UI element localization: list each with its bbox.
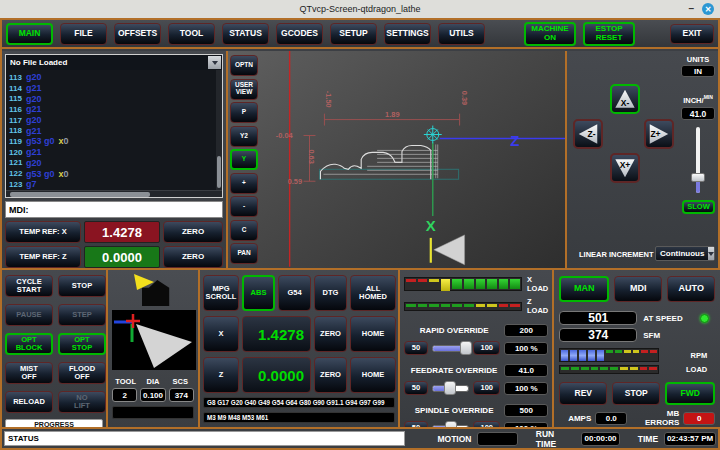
slow-button[interactable]: SLOW xyxy=(682,200,715,214)
mdi-input[interactable]: MDI: xyxy=(5,201,223,218)
gcode-text: g20 xyxy=(26,72,42,82)
all-homed-button[interactable]: ALL HOMED xyxy=(350,275,396,311)
no-lift-button[interactable]: NO LIFT xyxy=(58,391,106,413)
view-options-button[interactable]: OPTN xyxy=(230,55,258,76)
zoom-in-button[interactable]: + xyxy=(230,173,258,194)
slider-handle[interactable] xyxy=(444,381,456,395)
opt-stop-button[interactable]: OPT STOP xyxy=(58,333,106,355)
rapid-override-group: RAPID OVERRIDE 200 50 100 100 % xyxy=(404,324,548,355)
view-y2-button[interactable]: Y2 xyxy=(230,126,258,147)
view-y-button[interactable]: Y xyxy=(230,149,258,170)
units-value: IN xyxy=(681,65,715,77)
vertical-scrollbar[interactable] xyxy=(216,70,222,190)
abs-button[interactable]: ABS xyxy=(242,275,275,311)
tab-offsets[interactable]: OFFSETS xyxy=(114,23,161,45)
gcode-preview[interactable]: OPTN USER VIEW P Y2 Y + - C PAN 1.89 xyxy=(228,51,567,268)
zero-z-button[interactable]: ZERO xyxy=(163,246,223,268)
close-button[interactable]: ✕ xyxy=(702,3,714,15)
loaded-file-combo[interactable]: No File Loaded xyxy=(6,55,222,70)
spindle-rev-button[interactable]: REV xyxy=(559,382,607,405)
spindle-fwd-button[interactable]: FWD xyxy=(665,382,715,405)
spindle-panel: MAN MDI AUTO 501 AT SPEED 374 SFM RPM xyxy=(554,270,720,427)
slider-handle[interactable] xyxy=(460,341,472,355)
flood-button[interactable]: FLOOD OFF xyxy=(58,362,106,384)
tool-scs-value: 374 xyxy=(169,388,194,402)
chevron-down-icon[interactable] xyxy=(708,247,714,260)
mist-button[interactable]: MIST OFF xyxy=(5,362,53,384)
rapid-max-button[interactable]: 100 xyxy=(473,341,500,355)
line-number: 119 xyxy=(6,137,26,146)
scrollbar-thumb[interactable] xyxy=(10,192,150,197)
mdi-mode-button[interactable]: MDI xyxy=(614,276,662,302)
home-x-button[interactable]: HOME xyxy=(350,316,396,352)
man-mode-button[interactable]: MAN xyxy=(559,276,609,302)
dtg-button[interactable]: DTG xyxy=(314,275,347,311)
cycle-start-button[interactable]: CYCLE START xyxy=(5,275,53,297)
pan-button[interactable]: PAN xyxy=(230,243,258,264)
clear-button[interactable]: C xyxy=(230,220,258,241)
rapid-min-button[interactable]: 50 xyxy=(404,341,428,355)
tab-gcodes[interactable]: GCODES xyxy=(276,23,323,45)
x-load-meter xyxy=(404,277,522,291)
feedrate-max-button[interactable]: 100 xyxy=(473,381,500,395)
zero-x-dro-button[interactable]: ZERO xyxy=(314,316,347,352)
step-button[interactable]: STEP xyxy=(58,304,106,326)
zero-z-dro-button[interactable]: ZERO xyxy=(314,357,347,393)
tab-setup[interactable]: SETUP xyxy=(330,23,377,45)
tab-utils[interactable]: UTILS xyxy=(438,23,485,45)
estop-reset-button[interactable]: ESTOP RESET xyxy=(583,22,635,46)
axis-z-button[interactable]: Z xyxy=(203,357,239,393)
gcode-listing[interactable]: 113g20 114g21 115g20 116g21 117g20 118g2… xyxy=(6,70,222,190)
stop-button[interactable]: STOP xyxy=(58,275,106,297)
feedrate-min-button[interactable]: 50 xyxy=(404,381,428,395)
g54-button[interactable]: G54 xyxy=(278,275,311,311)
meter-segment xyxy=(571,367,579,370)
user-view-button[interactable]: USER VIEW xyxy=(230,79,258,100)
gcode-line: 114g21 xyxy=(6,83,222,94)
opt-block-button[interactable]: OPT BLOCK xyxy=(5,333,53,355)
meter-segment xyxy=(464,279,474,289)
tab-settings[interactable]: SETTINGS xyxy=(384,23,431,45)
rapid-override-label: RAPID OVERRIDE xyxy=(404,326,504,335)
meter-segment xyxy=(429,304,439,307)
gcode-line: 120g21 xyxy=(6,147,222,158)
zoom-out-button[interactable]: - xyxy=(230,196,258,217)
view-p-button[interactable]: P xyxy=(230,102,258,123)
spindle-stop-button[interactable]: STOP xyxy=(612,382,660,405)
program-control-panel: CYCLE START STOP PAUSE STEP OPT BLOCK OP… xyxy=(2,270,108,427)
jog-z-plus-button[interactable]: Z+ xyxy=(644,119,674,149)
temp-ref-z-button[interactable]: TEMP REF: Z xyxy=(5,246,81,268)
increment-value: Continuous xyxy=(656,249,708,258)
rapid-slider[interactable] xyxy=(432,341,469,355)
pause-button[interactable]: PAUSE xyxy=(5,304,53,326)
axis-x-button[interactable]: X xyxy=(203,316,239,352)
part-profile xyxy=(320,144,437,179)
mpg-scroll-button[interactable]: MPG SCROLL xyxy=(203,275,239,311)
loaded-file-label: No File Loaded xyxy=(6,58,208,67)
scrollbar-thumb[interactable] xyxy=(217,156,221,187)
jog-rate-slider[interactable] xyxy=(691,127,705,193)
jog-x-minus-button[interactable]: X- xyxy=(610,84,640,114)
tab-main[interactable]: MAIN xyxy=(6,23,53,45)
machine-on-button[interactable]: MACHINE ON xyxy=(524,22,576,46)
horizontal-scrollbar[interactable] xyxy=(6,190,222,197)
auto-mode-button[interactable]: AUTO xyxy=(667,276,715,302)
exit-button[interactable]: EXIT xyxy=(670,24,714,44)
tab-tool[interactable]: TOOL xyxy=(168,23,215,45)
linear-increment-combo[interactable]: Continuous xyxy=(655,246,715,261)
slider-handle[interactable] xyxy=(691,173,705,182)
tab-status[interactable]: STATUS xyxy=(222,23,269,45)
jog-z-minus-button[interactable]: Z- xyxy=(573,119,603,149)
jog-x-plus-button[interactable]: X+ xyxy=(610,153,640,183)
chevron-down-icon[interactable] xyxy=(208,56,221,69)
runtime-label: RUN TIME xyxy=(536,429,575,449)
temp-ref-x-button[interactable]: TEMP REF: X xyxy=(5,221,81,243)
home-z-button[interactable]: HOME xyxy=(350,357,396,393)
tab-file[interactable]: FILE xyxy=(60,23,107,45)
feedrate-slider[interactable] xyxy=(432,381,469,395)
mb-errors-value: 0 xyxy=(683,412,715,425)
minimize-button[interactable]: – xyxy=(688,4,694,14)
reload-button[interactable]: RELOAD xyxy=(5,391,53,413)
meter-segment xyxy=(561,367,569,370)
zero-x-button[interactable]: ZERO xyxy=(163,221,223,243)
